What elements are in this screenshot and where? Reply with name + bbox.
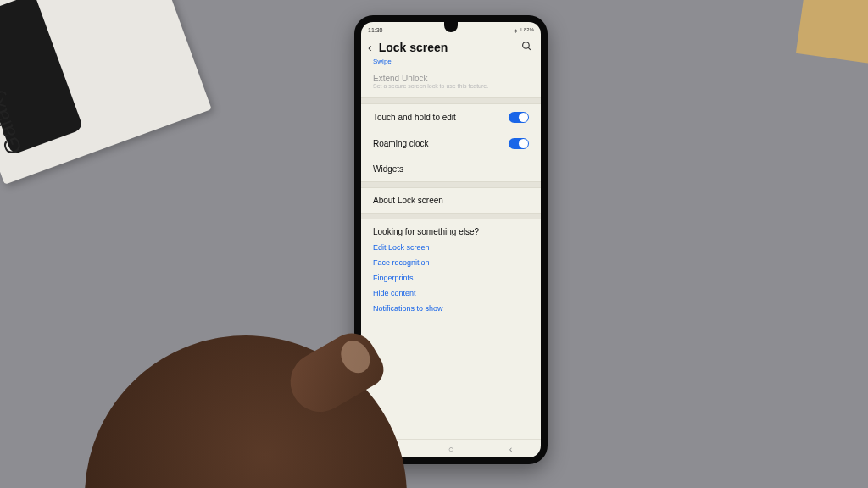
roaming-clock-label: Roaming clock bbox=[373, 139, 509, 148]
extend-unlock-row: Extend Unlock Set a secure screen lock t… bbox=[361, 70, 541, 97]
extend-unlock-desc: Set a secure screen lock to use this fea… bbox=[373, 83, 529, 89]
back-nav-icon[interactable]: ‹ bbox=[505, 444, 517, 454]
product-box: Galaxy A06 bbox=[0, 0, 212, 185]
page-title: Lock screen bbox=[379, 41, 515, 54]
widgets-row[interactable]: Widgets bbox=[361, 157, 541, 181]
face-recognition-link[interactable]: Face recognition bbox=[361, 255, 541, 270]
touch-hold-label: Touch and hold to edit bbox=[373, 113, 509, 122]
battery-label: 82% bbox=[524, 27, 534, 32]
phone-screen: 11:30 ◈ ⫴ 82% ‹ Lock screen Swipe Extend… bbox=[361, 22, 541, 458]
about-label: About Lock screen bbox=[373, 196, 529, 205]
edit-lock-screen-link[interactable]: Edit Lock screen bbox=[361, 240, 541, 255]
fingerprints-link[interactable]: Fingerprints bbox=[361, 270, 541, 286]
header: ‹ Lock screen bbox=[361, 36, 541, 56]
back-icon[interactable]: ‹ bbox=[368, 41, 372, 54]
widgets-label: Widgets bbox=[373, 164, 529, 174]
phone-frame: 11:30 ◈ ⫴ 82% ‹ Lock screen Swipe Extend… bbox=[354, 15, 548, 464]
wood-block bbox=[796, 0, 868, 65]
about-row[interactable]: About Lock screen bbox=[361, 188, 541, 213]
signal-icon: ⫴ bbox=[520, 27, 522, 33]
wifi-icon: ◈ bbox=[514, 27, 518, 33]
extend-unlock-title: Extend Unlock bbox=[373, 74, 529, 83]
looking-title: Looking for something else? bbox=[361, 219, 541, 240]
status-time: 11:30 bbox=[368, 27, 383, 33]
home-icon[interactable]: ○ bbox=[445, 444, 457, 454]
svg-line-1 bbox=[528, 47, 531, 50]
touch-hold-row[interactable]: Touch and hold to edit bbox=[361, 104, 541, 130]
divider bbox=[361, 97, 541, 104]
settings-content: Swipe Extend Unlock Set a secure screen … bbox=[361, 56, 541, 439]
search-icon[interactable] bbox=[521, 41, 532, 54]
hide-content-link[interactable]: Hide content bbox=[361, 286, 541, 301]
notifications-link[interactable]: Notifications to show bbox=[361, 301, 541, 316]
divider bbox=[361, 181, 541, 188]
touch-hold-toggle[interactable] bbox=[509, 112, 529, 123]
status-right: ◈ ⫴ 82% bbox=[514, 27, 534, 33]
divider bbox=[361, 213, 541, 219]
svg-point-0 bbox=[523, 42, 530, 49]
roaming-clock-row[interactable]: Roaming clock bbox=[361, 130, 541, 157]
roaming-clock-toggle[interactable] bbox=[509, 138, 529, 149]
swipe-link[interactable]: Swipe bbox=[361, 56, 541, 70]
